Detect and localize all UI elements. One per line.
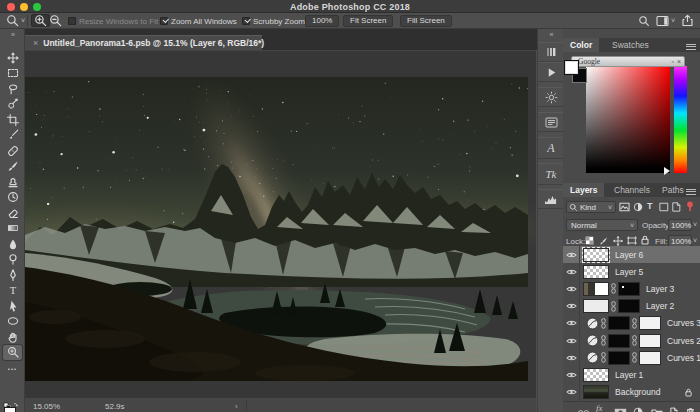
- filter-shape-layers-icon[interactable]: [659, 202, 669, 212]
- brush-settings-panel-icon[interactable]: [538, 42, 564, 62]
- link-mask-icon[interactable]: [601, 335, 606, 346]
- layer-mask-thumbnail[interactable]: [608, 351, 630, 365]
- new-adjustment-layer-icon[interactable]: [633, 403, 643, 412]
- layer-row-layer1[interactable]: Layer 1: [563, 366, 700, 383]
- zoom-100-button[interactable]: 100%: [305, 15, 339, 27]
- tk-actions-panel-icon[interactable]: Tk: [538, 163, 564, 185]
- quick-selection-tool[interactable]: [3, 97, 22, 112]
- expand-dock-icon[interactable]: «: [538, 31, 564, 38]
- lock-position-icon[interactable]: [613, 236, 623, 246]
- lasso-tool[interactable]: [3, 81, 22, 96]
- fill-screen-button[interactable]: Fill Screen: [400, 15, 452, 27]
- layer-mask-thumbnail[interactable]: [608, 334, 630, 348]
- collapse-toolbar-icon[interactable]: »: [0, 31, 25, 38]
- delete-layer-trash-icon[interactable]: [686, 403, 695, 412]
- opacity-value-field[interactable]: 100%: [668, 219, 692, 231]
- path-selection-tool[interactable]: [3, 298, 22, 313]
- link-mask-icon[interactable]: [601, 352, 606, 363]
- panel-foreground-swatch[interactable]: [564, 60, 579, 75]
- layer-mask-thumbnail[interactable]: [608, 316, 630, 330]
- tab-layers[interactable]: Layers: [563, 183, 604, 197]
- adjustments-panel-icon[interactable]: [538, 87, 564, 107]
- lock-all-icon[interactable]: [641, 235, 649, 245]
- layer-row-curves3[interactable]: Curves 3: [563, 315, 700, 332]
- layer-thumbnail-transparent[interactable]: [583, 248, 609, 262]
- eyedropper-tool[interactable]: [3, 128, 22, 143]
- layer-row-curves2[interactable]: Curves 2: [563, 332, 700, 349]
- rectangular-marquee-tool[interactable]: [3, 66, 22, 81]
- zoom-level-field[interactable]: 15.05%: [33, 402, 60, 411]
- canvas-pasteboard[interactable]: [25, 50, 536, 397]
- lock-transparency-icon[interactable]: [585, 236, 594, 245]
- zoom-tool[interactable]: [3, 345, 22, 360]
- layer-row-background[interactable]: Background: [563, 384, 700, 401]
- visibility-eye-icon[interactable]: [563, 349, 580, 366]
- zoom-out-button[interactable]: [49, 14, 62, 27]
- layer-name[interactable]: Layer 3: [646, 284, 674, 294]
- layer-filter-kind-dropdown[interactable]: Kind ˅: [566, 201, 616, 213]
- blur-tool[interactable]: [3, 236, 22, 251]
- resize-windows-checkbox[interactable]: Resize Windows to Fit: [68, 17, 158, 26]
- search-icon[interactable]: [638, 14, 650, 27]
- tab-channels[interactable]: Channels: [607, 183, 657, 197]
- link-mask-icon[interactable]: [611, 283, 616, 294]
- layer-name[interactable]: Curves 2: [667, 336, 700, 346]
- visibility-eye-icon[interactable]: [563, 298, 580, 315]
- pen-tool[interactable]: [3, 267, 22, 282]
- link-layers-icon[interactable]: [577, 403, 590, 412]
- visibility-eye-icon[interactable]: [563, 366, 580, 383]
- zoom-in-button[interactable]: [31, 14, 50, 27]
- tab-swatches[interactable]: Swatches: [605, 38, 656, 52]
- zoom-all-windows-checkbox[interactable]: Zoom All Windows: [160, 17, 237, 26]
- gradient-tool[interactable]: [3, 221, 22, 236]
- curves-adjustment-icon[interactable]: [586, 334, 599, 347]
- history-brush-tool[interactable]: [3, 190, 22, 205]
- ellipse-shape-tool[interactable]: [3, 314, 22, 329]
- new-layer-icon[interactable]: [669, 403, 679, 412]
- add-layer-mask-icon[interactable]: [614, 403, 627, 412]
- layer-row-layer6[interactable]: Layer 6: [563, 246, 700, 263]
- fill-chevron-icon[interactable]: ˅: [693, 237, 697, 244]
- hand-tool[interactable]: [3, 329, 22, 344]
- brush-tool[interactable]: [3, 159, 22, 174]
- floating-google-window[interactable]: Google ▫ ×: [571, 56, 685, 67]
- tab-color[interactable]: Color: [563, 38, 599, 52]
- layer-style-fx-icon[interactable]: fx: [596, 403, 603, 412]
- visibility-eye-icon[interactable]: [563, 384, 580, 401]
- panel-menu-icon[interactable]: [686, 187, 696, 194]
- spot-healing-brush-tool[interactable]: [3, 143, 22, 158]
- zoom-tool-preset-icon[interactable]: ˅: [6, 14, 25, 27]
- vector-mask-thumbnail[interactable]: [639, 351, 661, 365]
- link-mask-icon[interactable]: [611, 301, 616, 312]
- panel-menu-icon[interactable]: [686, 42, 696, 49]
- eraser-tool[interactable]: [3, 205, 22, 220]
- visibility-eye-icon[interactable]: [563, 263, 580, 280]
- document-image[interactable]: [25, 77, 528, 381]
- lock-image-icon[interactable]: [599, 236, 608, 246]
- visibility-eye-icon[interactable]: [563, 332, 580, 349]
- dodge-tool[interactable]: [3, 252, 22, 267]
- foreground-color-swatch[interactable]: [4, 407, 16, 412]
- layer-thumbnail-transparent[interactable]: [583, 265, 609, 279]
- layer-row-layer2[interactable]: Layer 2: [563, 298, 700, 315]
- move-tool[interactable]: [3, 50, 22, 65]
- hue-slider[interactable]: [674, 66, 687, 173]
- opacity-chevron-icon[interactable]: ˅: [693, 221, 697, 228]
- link-mask-icon[interactable]: [632, 352, 637, 363]
- layer-row-layer5[interactable]: Layer 5: [563, 263, 700, 280]
- visibility-eye-icon[interactable]: [563, 315, 580, 332]
- color-saturation-field[interactable]: [586, 66, 670, 173]
- share-icon[interactable]: [682, 14, 693, 27]
- document-tab[interactable]: × Untitled_Panorama1-6.psb @ 15.1% (Laye…: [25, 35, 262, 50]
- layer-name[interactable]: Background: [615, 387, 660, 397]
- new-group-folder-icon[interactable]: [651, 403, 663, 412]
- workspace-switcher-icon[interactable]: ˅: [656, 14, 675, 27]
- layer-name[interactable]: Layer 1: [615, 370, 643, 380]
- layer-thumbnail-white[interactable]: [583, 299, 609, 313]
- status-options-chevron[interactable]: ›: [235, 402, 238, 411]
- filter-type-layers-icon[interactable]: T: [647, 201, 653, 211]
- layer-name[interactable]: Curves 1: [667, 353, 700, 363]
- layer-name[interactable]: Curves 3: [667, 318, 700, 328]
- actions-panel-icon[interactable]: [538, 62, 564, 82]
- layer-mask-thumbnail[interactable]: [618, 299, 640, 313]
